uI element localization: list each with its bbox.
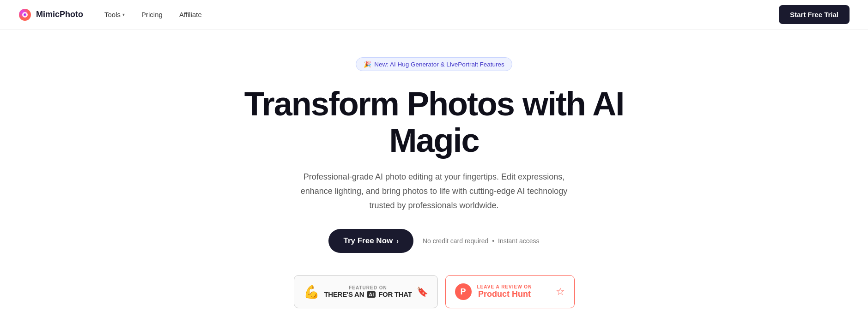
chevron-down-icon: ▾ <box>122 12 125 17</box>
ph-main: Product Hunt <box>477 289 532 299</box>
bookmark-icon: 🔖 <box>417 286 428 297</box>
nav-pricing[interactable]: Pricing <box>135 7 169 22</box>
badges-row: 💪 FEATURED ON THERE'S AN AI FOR THAT 🔖 P… <box>294 275 575 308</box>
ai-box: AI <box>367 291 376 298</box>
announcement-badge[interactable]: 🎉 New: AI Hug Generator & LivePortrait F… <box>356 57 512 71</box>
aithat-text: FEATURED ON THERE'S AN AI FOR THAT <box>324 285 412 299</box>
hero-subtitle: Professional-grade AI photo editing at y… <box>300 170 568 212</box>
nav-links: Tools ▾ Pricing Affiliate <box>98 7 208 22</box>
try-free-now-button[interactable]: Try Free Now › <box>328 229 413 253</box>
ph-icon: P <box>455 283 472 300</box>
navbar: MimicPhoto Tools ▾ Pricing Affiliate Sta… <box>0 0 868 30</box>
start-free-trial-button[interactable]: Start Free Trial <box>779 5 850 24</box>
badge-text: New: AI Hug Generator & LivePortrait Fea… <box>374 61 504 68</box>
ph-text: LEAVE A REVIEW ON Product Hunt <box>477 284 532 299</box>
logo-icon <box>18 8 31 21</box>
aithat-badge[interactable]: 💪 FEATURED ON THERE'S AN AI FOR THAT 🔖 <box>294 275 438 308</box>
badge-emoji: 🎉 <box>364 60 371 68</box>
aithat-line2: FOR THAT <box>378 290 412 299</box>
cta-row: Try Free Now › No credit card required •… <box>328 229 539 253</box>
logo[interactable]: MimicPhoto <box>18 8 83 21</box>
hero-title: Transform Photos with AI Magic <box>226 86 642 159</box>
star-icon: ☆ <box>556 286 565 298</box>
nav-affiliate[interactable]: Affiliate <box>173 7 208 22</box>
aithat-line1: THERE'S AN <box>324 290 364 299</box>
nav-left: MimicPhoto Tools ▾ Pricing Affiliate <box>18 7 208 22</box>
logo-text: MimicPhoto <box>36 10 83 19</box>
nav-tools[interactable]: Tools ▾ <box>98 7 131 22</box>
arrow-icon: › <box>396 237 399 245</box>
try-button-label: Try Free Now <box>343 236 393 246</box>
muscle-icon: 💪 <box>303 284 320 300</box>
producthunt-badge[interactable]: P LEAVE A REVIEW ON Product Hunt ☆ <box>445 275 575 308</box>
hero-section: 🎉 New: AI Hug Generator & LivePortrait F… <box>0 30 868 324</box>
aithat-badge-content: 💪 FEATURED ON THERE'S AN AI FOR THAT 🔖 <box>303 284 428 300</box>
cta-note: No credit card required • Instant access <box>423 237 540 245</box>
svg-point-2 <box>24 13 26 16</box>
